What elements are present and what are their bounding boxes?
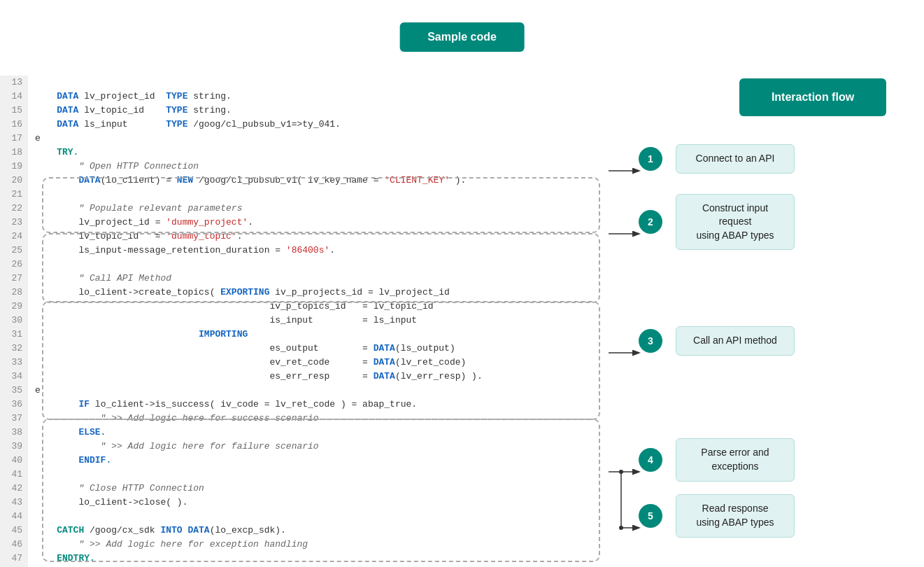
line-number: 41	[0, 468, 28, 482]
flow-label-4: Parse error andexceptions	[676, 438, 795, 481]
code-line: lo_client->close( ).	[28, 496, 187, 510]
code-line: es_output = DATA(ls_output)	[28, 342, 455, 356]
line-number: 42	[0, 482, 28, 496]
code-line: " >> Add logic here for exception handli…	[28, 538, 308, 552]
sample-code-button[interactable]: Sample code	[399, 22, 525, 52]
line-number: 20	[0, 174, 28, 188]
flow-bubble-1: 1	[639, 147, 662, 171]
code-line: TRY.	[28, 146, 78, 160]
line-number: 30	[0, 314, 28, 328]
line-number: 33	[0, 356, 28, 370]
line-number: 19	[0, 160, 28, 174]
line-number: 46	[0, 538, 28, 552]
line-number: 15	[0, 104, 28, 118]
code-line: ELSE.	[28, 426, 106, 440]
svg-point-7	[619, 526, 623, 530]
line-number: 43	[0, 496, 28, 510]
flow-label-3: Call an API method	[676, 326, 795, 356]
code-line: is_input = ls_input	[28, 314, 417, 328]
line-number: 23	[0, 216, 28, 230]
flow-label-2: Construct input requestusing ABAP types	[676, 194, 795, 251]
svg-point-6	[619, 470, 623, 474]
line-number: 27	[0, 272, 28, 286]
code-line: " >> Add logic here for failure scenario	[28, 440, 319, 454]
line-number: 31	[0, 328, 28, 342]
code-line	[28, 258, 35, 272]
line-number: 25	[0, 244, 28, 258]
line-number: 18	[0, 146, 28, 160]
code-line: DATA ls_input TYPE /goog/cl_pubsub_v1=>t…	[28, 118, 341, 132]
code-line	[28, 510, 35, 524]
line-number: 37	[0, 412, 28, 426]
code-line: lv_project_id = 'dummy_project'.	[28, 216, 253, 230]
code-area: 1314 DATA lv_project_id TYPE string.15 D…	[0, 76, 612, 567]
line-number: 14	[0, 90, 28, 104]
code-line: lo_client->create_topics( EXPORTING iv_p…	[28, 286, 450, 300]
code-line: es_err_resp = DATA(lv_err_resp) ).	[28, 370, 483, 384]
code-line: " Open HTTP Connection	[28, 160, 199, 174]
code-line: e	[28, 132, 41, 146]
line-number: 26	[0, 258, 28, 272]
code-line: CATCH /goog/cx_sdk INTO DATA(lo_excp_sdk…	[28, 524, 286, 538]
code-line: DATA lv_topic_id TYPE string.	[28, 104, 232, 118]
code-line: " Populate relevant parameters	[28, 202, 242, 216]
line-number: 34	[0, 370, 28, 384]
line-number: 45	[0, 524, 28, 538]
code-line: e	[28, 384, 41, 398]
line-number: 44	[0, 510, 28, 524]
code-line: DATA lv_project_id TYPE string.	[28, 90, 232, 104]
line-number: 21	[0, 188, 28, 202]
code-line	[28, 76, 35, 90]
line-number: 32	[0, 342, 28, 356]
code-line: IF lo_client->is_success( iv_code = lv_r…	[28, 398, 417, 412]
code-line: " >> Add logic here for success scenario	[28, 412, 319, 426]
flow-bubble-5: 5	[639, 504, 662, 528]
flow-label-1: Connect to an API	[676, 144, 795, 174]
code-line: " Close HTTP Connection	[28, 482, 204, 496]
code-line: ev_ret_code = DATA(lv_ret_code)	[28, 356, 466, 370]
line-number: 38	[0, 426, 28, 440]
code-line	[28, 468, 35, 482]
interaction-flow-button[interactable]: Interaction flow	[739, 78, 886, 116]
code-line: DATA(lo_client) = NEW /goog/cl_pubsub_v1…	[28, 174, 466, 188]
code-line: " Call API Method	[28, 272, 171, 286]
line-number: 39	[0, 440, 28, 454]
page: Sample code Interaction flow 1314 DATA l…	[0, 0, 924, 567]
code-line: ENDTRY.	[28, 552, 95, 566]
flow-bubble-2: 2	[639, 210, 662, 234]
line-number: 29	[0, 300, 28, 314]
code-line: IMPORTING	[28, 328, 248, 342]
line-number: 22	[0, 202, 28, 216]
line-number: 24	[0, 230, 28, 244]
code-line: ENDIF.	[28, 454, 111, 468]
line-number: 36	[0, 398, 28, 412]
line-number: 28	[0, 286, 28, 300]
flow-bubble-4: 4	[639, 448, 662, 472]
line-number: 17	[0, 132, 28, 146]
code-line	[28, 188, 35, 202]
line-number: 13	[0, 76, 28, 90]
code-line: ls_input-message_retention_duration = '8…	[28, 244, 335, 258]
line-number: 47	[0, 552, 28, 566]
code-line: iv_p_topics_id = lv_topic_id	[28, 300, 434, 314]
flow-bubble-3: 3	[639, 329, 662, 353]
flow-label-5: Read responseusing ABAP types	[676, 494, 795, 537]
line-number: 40	[0, 454, 28, 468]
line-number: 35	[0, 384, 28, 398]
code-line: lv_topic_id = 'dummy_topic'.	[28, 230, 242, 244]
line-number: 16	[0, 118, 28, 132]
